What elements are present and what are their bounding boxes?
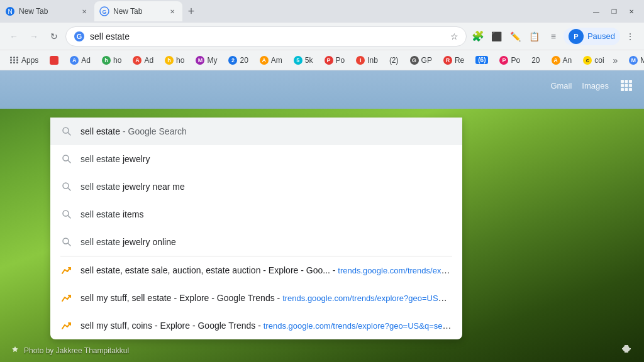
bookmark-mound-icon: M <box>629 56 638 65</box>
bookmark-po1[interactable]: P Po <box>319 53 350 68</box>
menu-button[interactable]: ⋮ <box>621 28 639 45</box>
bookmark-am[interactable]: A Am <box>255 53 287 68</box>
bookmark-my[interactable]: M My <box>191 53 222 68</box>
autocomplete-item-4[interactable]: sell estate jewelry online <box>50 228 462 256</box>
bookmark-20a[interactable]: 2 20 <box>223 53 253 68</box>
bookmark-ad2[interactable]: A Ad <box>128 53 158 68</box>
photo-credit-text[interactable]: Photo by Jakkree Thampitakkul <box>24 346 129 355</box>
toolbar-btn-1[interactable]: ⬛ <box>488 28 506 45</box>
close-button[interactable]: ✕ <box>624 4 639 19</box>
main-content: Gmail Images <box>0 70 644 362</box>
toolbar: ← → ↻ G ☆ 🧩 ⬛ ✏️ 📋 ≡ P Paused <box>0 23 644 50</box>
google-icon: G <box>74 31 85 42</box>
autocomplete-text-5: sell estate, estate sale, auction, estat… <box>80 265 452 275</box>
bookmark-ho2[interactable]: h ho <box>160 53 189 68</box>
autocomplete-item-7[interactable]: sell my stuff, coins - Explore - Google … <box>50 312 462 339</box>
bookmark-an[interactable]: A An <box>547 53 577 68</box>
bookmark-gp[interactable]: G GP <box>405 53 437 68</box>
tab-2-close[interactable]: ✕ <box>167 6 177 16</box>
svg-line-25 <box>68 188 70 190</box>
chrome-frame: N New Tab ✕ G New Tab ✕ + — ❐ ✕ <box>0 0 644 362</box>
search-icon-2 <box>60 180 73 193</box>
search-icon-1 <box>60 153 73 165</box>
bookmark-20b[interactable]: 20 <box>526 53 545 68</box>
customize-button[interactable] <box>619 341 634 356</box>
svg-text:G: G <box>77 33 82 40</box>
tab-2-favicon: G <box>99 6 109 16</box>
svg-rect-7 <box>625 80 628 83</box>
toolbar-right-actions: 🧩 ⬛ ✏️ 📋 ≡ P Paused ⋮ <box>469 28 639 45</box>
bookmark-po2[interactable]: P Po <box>494 53 525 68</box>
tab-bar: N New Tab ✕ G New Tab ✕ + — ❐ ✕ <box>0 0 644 23</box>
toolbar-btn-2[interactable]: ✏️ <box>507 28 525 45</box>
bookmark-re-icon: R <box>443 56 452 65</box>
autocomplete-item-6[interactable]: sell my stuff, sell estate - Explore - G… <box>50 284 462 312</box>
svg-rect-9 <box>621 84 624 87</box>
svg-line-23 <box>68 160 70 163</box>
bookmark-mound-label: Mound City Aucti... <box>640 56 644 65</box>
svg-rect-6 <box>621 80 624 83</box>
search-icon-3 <box>60 208 73 221</box>
extensions-button[interactable]: 🧩 <box>469 28 487 45</box>
svg-rect-11 <box>629 84 632 87</box>
bookmark-5k[interactable]: 5 5k <box>289 53 318 68</box>
profile-button[interactable]: P Paused <box>564 28 620 45</box>
autocomplete-text-3: sell estate items <box>80 209 452 219</box>
tab-1[interactable]: N New Tab ✕ <box>0 1 94 21</box>
forward-button[interactable]: → <box>25 28 43 45</box>
omnibox-input[interactable] <box>90 31 445 41</box>
bookmark-po1-icon: P <box>325 56 333 65</box>
bookmark-6[interactable]: (6) <box>470 53 493 68</box>
tab-2[interactable]: G New Tab ✕ <box>94 1 182 21</box>
bookmark-ad2-icon: A <box>133 56 142 65</box>
omnibox[interactable]: G ☆ <box>65 26 467 47</box>
bookmark-coi[interactable]: c coi <box>578 53 609 68</box>
google-apps-button[interactable] <box>619 78 634 93</box>
bookmarks-more-button[interactable]: » <box>611 55 621 65</box>
new-tab-button[interactable]: + <box>182 3 200 20</box>
bookmark-an-icon: A <box>552 56 560 65</box>
toolbar-btn-3[interactable]: 📋 <box>526 28 543 45</box>
profile-label: Paused <box>587 31 615 41</box>
autocomplete-dropdown: sell estate - Google Search sell estate … <box>50 118 462 339</box>
toolbar-btn-4[interactable]: ≡ <box>545 28 562 45</box>
autocomplete-item-5[interactable]: sell estate, estate sale, auction, estat… <box>50 256 462 284</box>
autocomplete-item-0[interactable]: sell estate - Google Search <box>50 118 462 145</box>
svg-line-27 <box>68 216 70 218</box>
bookmark-star-icon[interactable]: ☆ <box>450 31 458 41</box>
autocomplete-item-2[interactable]: sell estate jewelry near me <box>50 173 462 200</box>
maximize-button[interactable]: ❐ <box>606 4 621 19</box>
bookmark-mound[interactable]: M Mound City Aucti... <box>624 53 644 68</box>
photo-credit: Photo by Jakkree Thampitakkul <box>10 346 129 356</box>
bookmark-2[interactable]: (2) <box>384 53 404 68</box>
svg-text:N: N <box>8 8 12 15</box>
minimize-button[interactable]: — <box>589 4 604 19</box>
autocomplete-item-1[interactable]: sell estate jewelry <box>50 145 462 173</box>
autocomplete-item-3[interactable]: sell estate items <box>50 200 462 228</box>
bookmark-red-dot[interactable] <box>45 53 64 68</box>
tab-1-favicon: N <box>5 6 15 16</box>
gmail-link[interactable]: Gmail <box>550 81 572 90</box>
page-top-right: Gmail Images <box>550 78 634 93</box>
omnibox-right: ☆ <box>450 31 458 41</box>
reload-button[interactable]: ↻ <box>45 28 63 45</box>
tabs-container: N New Tab ✕ G New Tab ✕ + <box>0 0 200 23</box>
trend-icon-6 <box>60 292 73 304</box>
search-icon-4 <box>60 236 73 248</box>
bookmark-ho1[interactable]: h ho <box>97 53 126 68</box>
bookmark-inb[interactable]: I Inb <box>351 53 383 68</box>
bookmark-ad1[interactable]: A Ad <box>65 53 96 68</box>
svg-rect-12 <box>621 88 624 91</box>
bookmark-am-icon: A <box>260 56 269 65</box>
bookmark-my-icon: M <box>196 56 204 65</box>
back-button[interactable]: ← <box>5 28 23 45</box>
autocomplete-text-7: sell my stuff, coins - Explore - Google … <box>80 321 452 331</box>
tab-1-close[interactable]: ✕ <box>79 6 89 16</box>
bookmark-inb-icon: I <box>356 56 365 65</box>
bookmark-re[interactable]: R Re <box>438 53 469 68</box>
apps-bookmark[interactable]: Apps <box>5 53 43 68</box>
search-icon-0 <box>60 125 73 138</box>
images-link[interactable]: Images <box>582 81 609 90</box>
photo-credit-icon <box>10 346 20 356</box>
autocomplete-text-6: sell my stuff, sell estate - Explore - G… <box>80 293 452 303</box>
